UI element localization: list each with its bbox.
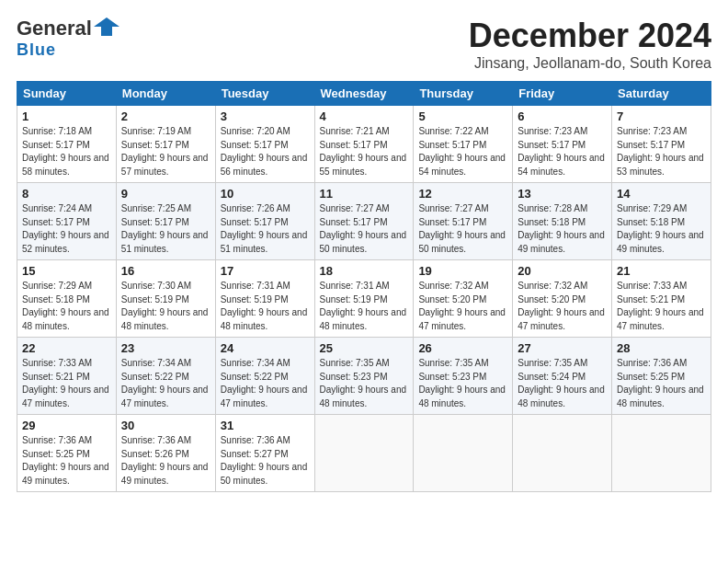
- calendar-cell: 8Sunrise: 7:24 AM Sunset: 5:17 PM Daylig…: [17, 183, 117, 260]
- day-info: Sunrise: 7:29 AM Sunset: 5:18 PM Dayligh…: [22, 280, 111, 333]
- calendar-row: 29Sunrise: 7:36 AM Sunset: 5:25 PM Dayli…: [17, 415, 711, 492]
- day-info: Sunrise: 7:25 AM Sunset: 5:17 PM Dayligh…: [121, 202, 210, 256]
- calendar-cell: 30Sunrise: 7:36 AM Sunset: 5:26 PM Dayli…: [116, 415, 215, 492]
- day-info: Sunrise: 7:35 AM Sunset: 5:23 PM Dayligh…: [320, 357, 409, 410]
- page: General Blue December 2024 Jinsang, Jeol…: [0, 0, 728, 563]
- day-number: 19: [418, 264, 507, 278]
- day-number: 13: [518, 187, 607, 201]
- day-info: Sunrise: 7:33 AM Sunset: 5:21 PM Dayligh…: [22, 357, 111, 410]
- calendar-cell: 12Sunrise: 7:27 AM Sunset: 5:17 PM Dayli…: [414, 183, 513, 260]
- day-number: 24: [221, 341, 310, 355]
- day-number: 7: [617, 109, 706, 123]
- calendar-row: 15Sunrise: 7:29 AM Sunset: 5:18 PM Dayli…: [17, 260, 711, 338]
- calendar-cell: 24Sunrise: 7:34 AM Sunset: 5:22 PM Dayli…: [215, 338, 314, 415]
- col-saturday: Saturday: [612, 82, 711, 106]
- calendar-cell: 6Sunrise: 7:23 AM Sunset: 5:17 PM Daylig…: [513, 106, 612, 183]
- calendar-cell: 16Sunrise: 7:30 AM Sunset: 5:19 PM Dayli…: [116, 260, 215, 338]
- day-number: 4: [320, 109, 409, 123]
- calendar-row: 22Sunrise: 7:33 AM Sunset: 5:21 PM Dayli…: [17, 338, 711, 415]
- calendar-cell: 7Sunrise: 7:23 AM Sunset: 5:17 PM Daylig…: [612, 106, 711, 183]
- day-number: 2: [121, 109, 210, 123]
- logo-blue: Blue: [17, 40, 119, 60]
- day-info: Sunrise: 7:31 AM Sunset: 5:19 PM Dayligh…: [221, 280, 310, 333]
- day-info: Sunrise: 7:29 AM Sunset: 5:18 PM Dayligh…: [617, 202, 706, 256]
- calendar-cell: 13Sunrise: 7:28 AM Sunset: 5:18 PM Dayli…: [513, 183, 612, 260]
- day-number: 8: [22, 187, 111, 201]
- day-info: Sunrise: 7:32 AM Sunset: 5:20 PM Dayligh…: [518, 280, 607, 333]
- calendar-title: December 2024: [469, 17, 711, 55]
- calendar-cell: [612, 415, 711, 492]
- day-number: 26: [418, 341, 507, 355]
- day-info: Sunrise: 7:33 AM Sunset: 5:21 PM Dayligh…: [617, 280, 706, 333]
- col-wednesday: Wednesday: [314, 82, 414, 106]
- calendar-cell: 5Sunrise: 7:22 AM Sunset: 5:17 PM Daylig…: [414, 106, 513, 183]
- day-info: Sunrise: 7:34 AM Sunset: 5:22 PM Dayligh…: [221, 357, 310, 410]
- day-info: Sunrise: 7:19 AM Sunset: 5:17 PM Dayligh…: [121, 125, 210, 178]
- col-friday: Friday: [513, 82, 612, 106]
- day-number: 21: [617, 264, 706, 278]
- day-number: 1: [22, 109, 111, 123]
- calendar-location: Jinsang, Jeollanam-do, South Korea: [469, 55, 711, 72]
- day-info: Sunrise: 7:30 AM Sunset: 5:19 PM Dayligh…: [121, 280, 210, 333]
- calendar-row: 1Sunrise: 7:18 AM Sunset: 5:17 PM Daylig…: [17, 106, 711, 183]
- calendar-row: 8Sunrise: 7:24 AM Sunset: 5:17 PM Daylig…: [17, 183, 711, 260]
- day-number: 11: [320, 187, 409, 201]
- day-number: 5: [418, 109, 507, 123]
- calendar-cell: [314, 415, 414, 492]
- day-info: Sunrise: 7:24 AM Sunset: 5:17 PM Dayligh…: [22, 202, 111, 256]
- calendar-cell: 22Sunrise: 7:33 AM Sunset: 5:21 PM Dayli…: [17, 338, 117, 415]
- day-number: 12: [418, 187, 507, 201]
- day-number: 18: [320, 264, 409, 278]
- calendar-table: Sunday Monday Tuesday Wednesday Thursday…: [17, 81, 711, 492]
- day-info: Sunrise: 7:18 AM Sunset: 5:17 PM Dayligh…: [22, 125, 111, 178]
- day-number: 9: [121, 187, 210, 201]
- day-number: 17: [221, 264, 310, 278]
- calendar-cell: 9Sunrise: 7:25 AM Sunset: 5:17 PM Daylig…: [116, 183, 215, 260]
- day-number: 22: [22, 341, 111, 355]
- day-info: Sunrise: 7:23 AM Sunset: 5:17 PM Dayligh…: [518, 125, 607, 178]
- calendar-cell: 15Sunrise: 7:29 AM Sunset: 5:18 PM Dayli…: [17, 260, 117, 338]
- title-block: December 2024 Jinsang, Jeollanam-do, Sou…: [469, 17, 711, 72]
- calendar-cell: 10Sunrise: 7:26 AM Sunset: 5:17 PM Dayli…: [215, 183, 314, 260]
- day-number: 27: [518, 341, 607, 355]
- logo: General Blue: [17, 17, 119, 60]
- day-info: Sunrise: 7:20 AM Sunset: 5:17 PM Dayligh…: [221, 125, 310, 178]
- calendar-cell: 27Sunrise: 7:35 AM Sunset: 5:24 PM Dayli…: [513, 338, 612, 415]
- day-number: 10: [221, 187, 310, 201]
- calendar-cell: 18Sunrise: 7:31 AM Sunset: 5:19 PM Dayli…: [314, 260, 414, 338]
- day-info: Sunrise: 7:36 AM Sunset: 5:26 PM Dayligh…: [121, 434, 210, 488]
- calendar-cell: 23Sunrise: 7:34 AM Sunset: 5:22 PM Dayli…: [116, 338, 215, 415]
- day-number: 16: [121, 264, 210, 278]
- logo-bird-icon: [94, 14, 119, 40]
- day-number: 29: [22, 419, 111, 432]
- day-number: 31: [221, 419, 310, 432]
- day-info: Sunrise: 7:34 AM Sunset: 5:22 PM Dayligh…: [121, 357, 210, 410]
- col-monday: Monday: [116, 82, 215, 106]
- day-info: Sunrise: 7:36 AM Sunset: 5:25 PM Dayligh…: [22, 434, 111, 488]
- day-number: 20: [518, 264, 607, 278]
- calendar-cell: 28Sunrise: 7:36 AM Sunset: 5:25 PM Dayli…: [612, 338, 711, 415]
- calendar-header-row: Sunday Monday Tuesday Wednesday Thursday…: [17, 82, 711, 106]
- day-number: 15: [22, 264, 111, 278]
- day-info: Sunrise: 7:27 AM Sunset: 5:17 PM Dayligh…: [418, 202, 507, 256]
- logo-general: General: [17, 17, 92, 40]
- calendar-cell: 11Sunrise: 7:27 AM Sunset: 5:17 PM Dayli…: [314, 183, 414, 260]
- day-info: Sunrise: 7:35 AM Sunset: 5:24 PM Dayligh…: [518, 357, 607, 410]
- calendar-cell: 26Sunrise: 7:35 AM Sunset: 5:23 PM Dayli…: [414, 338, 513, 415]
- calendar-cell: [513, 415, 612, 492]
- calendar-cell: 29Sunrise: 7:36 AM Sunset: 5:25 PM Dayli…: [17, 415, 117, 492]
- col-sunday: Sunday: [17, 82, 117, 106]
- day-number: 25: [320, 341, 409, 355]
- calendar-cell: 17Sunrise: 7:31 AM Sunset: 5:19 PM Dayli…: [215, 260, 314, 338]
- day-number: 30: [121, 419, 210, 432]
- calendar-cell: [414, 415, 513, 492]
- calendar-cell: 20Sunrise: 7:32 AM Sunset: 5:20 PM Dayli…: [513, 260, 612, 338]
- col-thursday: Thursday: [414, 82, 513, 106]
- day-number: 3: [221, 109, 310, 123]
- calendar-cell: 4Sunrise: 7:21 AM Sunset: 5:17 PM Daylig…: [314, 106, 414, 183]
- day-info: Sunrise: 7:23 AM Sunset: 5:17 PM Dayligh…: [617, 125, 706, 178]
- day-info: Sunrise: 7:28 AM Sunset: 5:18 PM Dayligh…: [518, 202, 607, 256]
- svg-marker-0: [94, 17, 119, 36]
- calendar-cell: 25Sunrise: 7:35 AM Sunset: 5:23 PM Dayli…: [314, 338, 414, 415]
- day-info: Sunrise: 7:21 AM Sunset: 5:17 PM Dayligh…: [320, 125, 409, 178]
